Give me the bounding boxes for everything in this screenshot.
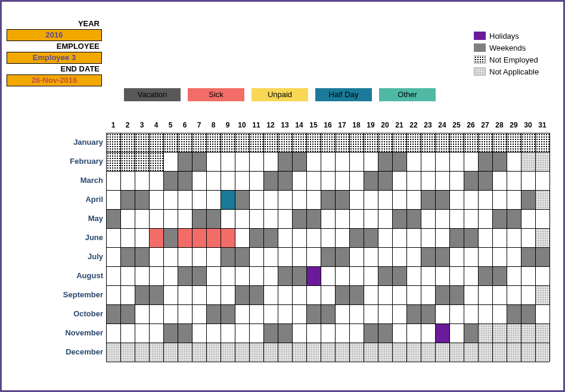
calendar-cell[interactable]: [163, 210, 178, 229]
calendar-cell[interactable]: [535, 305, 550, 324]
calendar-cell[interactable]: [163, 191, 178, 210]
calendar-cell[interactable]: [306, 153, 321, 172]
calendar-cell[interactable]: [364, 248, 378, 267]
calendar-cell[interactable]: [364, 267, 378, 286]
calendar-cell[interactable]: [278, 343, 292, 362]
calendar-cell[interactable]: [206, 248, 221, 267]
calendar-cell[interactable]: [221, 210, 235, 229]
calendar-cell[interactable]: [535, 229, 550, 248]
calendar-cell[interactable]: [349, 286, 364, 305]
calendar-cell[interactable]: [135, 305, 149, 324]
calendar-cell[interactable]: [206, 153, 221, 172]
calendar-cell[interactable]: [392, 305, 406, 324]
calendar-cell[interactable]: [378, 172, 392, 191]
calendar-cell[interactable]: [392, 267, 406, 286]
calendar-cell[interactable]: [192, 191, 206, 210]
calendar-cell[interactable]: [206, 210, 221, 229]
calendar-cell[interactable]: [335, 229, 349, 248]
calendar-cell[interactable]: [406, 133, 421, 153]
calendar-cell[interactable]: [292, 324, 306, 343]
calendar-cell[interactable]: [521, 305, 535, 324]
calendar-cell[interactable]: [349, 267, 364, 286]
calendar-cell[interactable]: [507, 172, 521, 191]
calendar-cell[interactable]: [221, 172, 235, 191]
calendar-cell[interactable]: [306, 172, 321, 191]
calendar-cell[interactable]: [120, 324, 135, 343]
calendar-cell[interactable]: [521, 172, 535, 191]
calendar-cell[interactable]: [449, 248, 464, 267]
calendar-cell[interactable]: [364, 153, 378, 172]
calendar-cell[interactable]: [378, 133, 392, 153]
calendar-cell[interactable]: [235, 229, 249, 248]
calendar-cell[interactable]: [106, 229, 120, 248]
calendar-cell[interactable]: [235, 324, 249, 343]
calendar-cell[interactable]: [435, 324, 449, 343]
calendar-cell[interactable]: [406, 229, 421, 248]
calendar-cell[interactable]: [278, 153, 292, 172]
calendar-cell[interactable]: [163, 229, 178, 248]
calendar-cell[interactable]: [492, 172, 507, 191]
calendar-cell[interactable]: [364, 210, 378, 229]
calendar-cell[interactable]: [120, 229, 135, 248]
calendar-cell[interactable]: [392, 229, 406, 248]
calendar-cell[interactable]: [435, 343, 449, 362]
calendar-cell[interactable]: [120, 286, 135, 305]
calendar-cell[interactable]: [478, 343, 492, 362]
calendar-cell[interactable]: [335, 343, 349, 362]
calendar-cell[interactable]: [306, 248, 321, 267]
calendar-cell[interactable]: [106, 248, 120, 267]
calendar-cell[interactable]: [406, 267, 421, 286]
calendar-cell[interactable]: [521, 248, 535, 267]
calendar-cell[interactable]: [421, 153, 435, 172]
calendar-cell[interactable]: [306, 267, 321, 286]
calendar-cell[interactable]: [263, 133, 278, 153]
calendar-cell[interactable]: [149, 248, 163, 267]
calendar-cell[interactable]: [364, 172, 378, 191]
calendar-cell[interactable]: [321, 172, 335, 191]
calendar-cell[interactable]: [335, 172, 349, 191]
calendar-cell[interactable]: [478, 267, 492, 286]
calendar-cell[interactable]: [178, 267, 192, 286]
calendar-cell[interactable]: [106, 286, 120, 305]
calendar-cell[interactable]: [406, 343, 421, 362]
calendar-cell[interactable]: [349, 305, 364, 324]
calendar-cell[interactable]: [163, 324, 178, 343]
calendar-cell[interactable]: [435, 248, 449, 267]
calendar-cell[interactable]: [507, 210, 521, 229]
calendar-cell[interactable]: [321, 324, 335, 343]
calendar-cell[interactable]: [535, 191, 550, 210]
calendar-cell[interactable]: [221, 153, 235, 172]
calendar-cell[interactable]: [249, 305, 263, 324]
calendar-cell[interactable]: [521, 229, 535, 248]
calendar-cell[interactable]: [292, 267, 306, 286]
calendar-cell[interactable]: [392, 343, 406, 362]
calendar-cell[interactable]: [192, 248, 206, 267]
calendar-cell[interactable]: [249, 153, 263, 172]
calendar-cell[interactable]: [492, 191, 507, 210]
calendar-cell[interactable]: [135, 229, 149, 248]
calendar-cell[interactable]: [478, 286, 492, 305]
calendar-cell[interactable]: [135, 286, 149, 305]
calendar-cell[interactable]: [464, 286, 478, 305]
calendar-cell[interactable]: [206, 343, 221, 362]
calendar-cell[interactable]: [235, 210, 249, 229]
calendar-cell[interactable]: [106, 172, 120, 191]
calendar-cell[interactable]: [120, 248, 135, 267]
calendar-cell[interactable]: [535, 343, 550, 362]
calendar-cell[interactable]: [492, 248, 507, 267]
calendar-cell[interactable]: [321, 191, 335, 210]
calendar-cell[interactable]: [221, 305, 235, 324]
calendar-cell[interactable]: [321, 343, 335, 362]
calendar-cell[interactable]: [235, 248, 249, 267]
calendar-cell[interactable]: [106, 133, 120, 153]
employee-field[interactable]: Employee 3: [7, 52, 102, 64]
calendar-cell[interactable]: [249, 133, 263, 153]
calendar-cell[interactable]: [292, 343, 306, 362]
calendar-cell[interactable]: [535, 267, 550, 286]
calendar-cell[interactable]: [478, 172, 492, 191]
calendar-cell[interactable]: [163, 153, 178, 172]
calendar-cell[interactable]: [378, 343, 392, 362]
calendar-cell[interactable]: [149, 153, 163, 172]
calendar-cell[interactable]: [392, 210, 406, 229]
calendar-cell[interactable]: [292, 210, 306, 229]
